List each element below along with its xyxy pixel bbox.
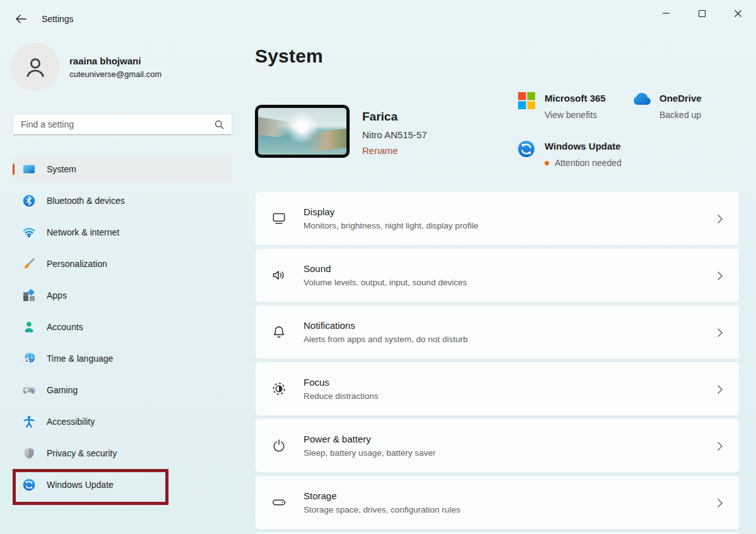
profile-name: raaina bhojwani xyxy=(69,56,141,66)
row-subtitle: Volume levels, output, input, sound devi… xyxy=(304,278,467,287)
settings-window: Settings raaina bhojwani cuteuniverse@gm… xyxy=(0,0,756,534)
row-subtitle: Monitors, brightness, night light, displ… xyxy=(304,221,478,230)
focus-icon xyxy=(271,381,287,397)
minimize-icon xyxy=(663,13,670,14)
onedrive-card[interactable]: OneDrive Backed up xyxy=(631,92,702,121)
status-title: Windows Update xyxy=(545,140,622,153)
sidebar-item-label: System xyxy=(47,164,76,174)
search-box xyxy=(13,114,232,135)
row-subtitle: Sleep, battery usage, battery saver xyxy=(304,448,435,458)
wifi-icon xyxy=(23,226,35,239)
app-grid-icon xyxy=(23,289,35,302)
sidebar-item-system[interactable]: System xyxy=(13,157,232,182)
row-title: Power & battery xyxy=(304,434,435,444)
search-input[interactable] xyxy=(13,119,215,129)
microsoft-365-card[interactable]: Microsoft 365 View benefits xyxy=(516,92,606,121)
status-title: Microsoft 365 xyxy=(545,92,606,105)
shield-icon xyxy=(23,447,35,460)
windows-update-card[interactable]: Windows Update Attention needed xyxy=(516,140,622,169)
sidebar-item-label: Gaming xyxy=(47,385,78,395)
bell-icon xyxy=(271,324,287,340)
row-title: Display xyxy=(304,206,478,217)
sidebar-item-label: Apps xyxy=(47,290,67,300)
accessibility-person-icon xyxy=(23,415,35,428)
status-subtitle: Attention needed xyxy=(555,157,622,169)
chevron-right-icon xyxy=(718,328,723,337)
person-icon xyxy=(21,53,49,81)
device-name: Farica xyxy=(362,110,398,124)
sidebar-item-accounts[interactable]: Accounts xyxy=(13,314,232,340)
settings-row-notifications[interactable]: Notifications Alerts from apps and syste… xyxy=(255,305,740,359)
window-controls xyxy=(648,0,756,29)
close-button[interactable] xyxy=(720,0,756,27)
display-icon xyxy=(271,210,287,227)
settings-list: Display Monitors, brightness, night ligh… xyxy=(255,191,740,534)
sidebar-item-accessibility[interactable]: Accessibility xyxy=(13,409,232,434)
windows-update-icon xyxy=(23,478,35,491)
chevron-right-icon xyxy=(718,499,723,507)
sidebar-item-label: Network & internet xyxy=(47,227,119,237)
settings-row-power-battery[interactable]: Power & battery Sleep, battery usage, ba… xyxy=(255,418,740,473)
chevron-right-icon xyxy=(718,271,723,280)
device-model: Nitro AN515-57 xyxy=(362,129,427,140)
rename-link[interactable]: Rename xyxy=(362,145,398,156)
sidebar-item-privacy-security[interactable]: Privacy & security xyxy=(13,441,232,466)
row-subtitle: Storage space, drives, configuration rul… xyxy=(304,505,460,514)
wallpaper-bank-right xyxy=(307,128,350,153)
bluetooth-icon xyxy=(23,194,35,207)
maximize-button[interactable] xyxy=(684,0,720,27)
sidebar-item-windows-update[interactable]: Windows Update xyxy=(13,472,232,497)
settings-row-storage[interactable]: Storage Storage space, drives, configura… xyxy=(255,475,740,530)
status-subtitle: View benefits xyxy=(545,109,597,121)
sidebar-item-label: Windows Update xyxy=(47,480,114,490)
sidebar-item-gaming[interactable]: Gaming xyxy=(13,377,232,403)
sidebar-item-apps[interactable]: Apps xyxy=(13,283,232,308)
row-subtitle: Reduce distractions xyxy=(304,391,379,401)
device-thumbnail xyxy=(255,105,350,158)
sidebar-item-personalization[interactable]: Personalization xyxy=(13,251,232,276)
profile-email: cuteuniverse@gmail.com xyxy=(69,69,162,79)
close-icon xyxy=(735,10,741,17)
minimize-button[interactable] xyxy=(648,0,684,27)
microsoft-logo-icon xyxy=(516,92,536,121)
sidebar-item-label: Accounts xyxy=(47,322,83,332)
maximize-icon xyxy=(699,10,706,17)
status-subtitle: Backed up xyxy=(659,109,701,121)
page-title: System xyxy=(255,45,323,67)
row-subtitle: Alerts from apps and system, do not dist… xyxy=(304,335,468,344)
sidebar-item-time-language[interactable]: Time & language xyxy=(13,346,232,371)
row-title: Storage xyxy=(304,490,460,501)
row-title: Notifications xyxy=(304,320,468,331)
row-title: Sound xyxy=(304,263,467,274)
alert-dot-icon xyxy=(545,161,549,165)
storage-drive-icon xyxy=(271,494,287,511)
globe-clock-icon xyxy=(23,352,35,365)
system-icon xyxy=(23,163,35,175)
back-arrow-icon xyxy=(15,15,27,23)
sidebar-item-network-internet[interactable]: Network & internet xyxy=(13,220,232,245)
sidebar-item-bluetooth-devices[interactable]: Bluetooth & devices xyxy=(13,188,232,213)
status-title: OneDrive xyxy=(659,92,702,105)
sidebar-item-label: Accessibility xyxy=(47,417,95,427)
settings-row-display[interactable]: Display Monitors, brightness, night ligh… xyxy=(255,191,740,246)
avatar[interactable] xyxy=(11,43,59,91)
chevron-right-icon xyxy=(718,215,723,223)
chevron-right-icon xyxy=(718,385,723,394)
settings-row-sound[interactable]: Sound Volume levels, output, input, soun… xyxy=(255,248,740,302)
windows-update-icon xyxy=(516,140,536,169)
settings-row-focus[interactable]: Focus Reduce distractions xyxy=(255,362,740,416)
onedrive-cloud-icon xyxy=(631,92,651,121)
account-person-icon xyxy=(23,321,35,333)
paintbrush-icon xyxy=(23,258,35,270)
gamepad-icon xyxy=(23,384,35,396)
sound-icon xyxy=(271,267,287,283)
sidebar-item-label: Personalization xyxy=(47,259,107,269)
power-icon xyxy=(271,437,287,454)
search-icon[interactable] xyxy=(215,120,232,129)
sidebar: System Bluetooth & devices Network & int… xyxy=(13,157,232,504)
back-button[interactable] xyxy=(10,10,32,28)
sidebar-item-label: Privacy & security xyxy=(47,448,117,458)
wallpaper-hill-left xyxy=(255,116,291,139)
window-title: Settings xyxy=(42,14,74,24)
row-title: Focus xyxy=(304,377,379,388)
